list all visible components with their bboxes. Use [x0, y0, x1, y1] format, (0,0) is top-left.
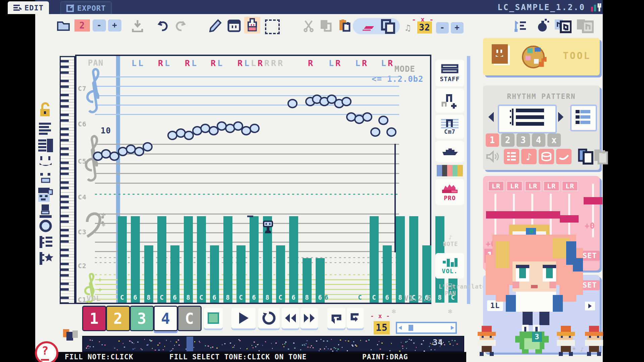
pro-mode-button[interactable]: PRO — [435, 179, 464, 205]
stop-button[interactable] — [204, 308, 223, 328]
piano-black-key[interactable] — [61, 105, 69, 108]
tuner-icon[interactable] — [590, 3, 604, 12]
piano-black-key[interactable] — [61, 66, 69, 68]
brush-tool-selected[interactable] — [244, 17, 260, 34]
pan-letter[interactable]: R — [211, 58, 216, 68]
scroll-left-arrow[interactable] — [398, 325, 402, 330]
pan-letter[interactable]: R — [258, 58, 263, 68]
smiley-icon[interactable] — [38, 155, 53, 169]
piano-black-key[interactable] — [61, 235, 69, 237]
piano-black-key[interactable] — [61, 80, 69, 82]
rhythm-note-button[interactable]: ♪ — [521, 149, 537, 164]
small-face-icon[interactable] — [39, 172, 52, 184]
rhythm-num-1[interactable]: 1 — [486, 133, 499, 147]
melody-note[interactable] — [370, 127, 380, 137]
pan-letter[interactable]: R — [335, 58, 341, 68]
rewind-button[interactable] — [282, 308, 299, 328]
note-length-minus[interactable]: - — [436, 22, 449, 34]
rhythm-preset-button[interactable] — [570, 105, 597, 131]
overwrite-paste-icon[interactable] — [381, 19, 396, 36]
pan-letter[interactable]: R — [158, 58, 163, 68]
person-icon[interactable] — [38, 204, 53, 219]
pan-letter[interactable]: R — [264, 58, 270, 68]
scrollbar-thumb[interactable] — [409, 325, 413, 331]
piano-black-key[interactable] — [61, 288, 69, 291]
melody-note[interactable] — [362, 112, 372, 122]
pan-letter[interactable]: L — [244, 58, 250, 68]
pan-letter[interactable]: L — [192, 58, 197, 68]
piano-black-key[interactable] — [61, 100, 69, 102]
volume-bar[interactable] — [131, 216, 140, 303]
file-plus-button[interactable]: + — [108, 19, 121, 32]
melody-note[interactable] — [250, 124, 260, 133]
piano-black-key[interactable] — [61, 187, 69, 189]
volume-bar[interactable] — [197, 216, 206, 303]
rhythm-paste-icon[interactable] — [594, 147, 609, 166]
piano-black-key[interactable] — [61, 254, 69, 257]
tab-edit[interactable]: EDIT — [8, 1, 49, 14]
piano-black-key[interactable] — [61, 240, 69, 243]
merge-paste-icon[interactable] — [361, 24, 377, 32]
piano-black-key[interactable] — [61, 302, 69, 304]
piano-black-key[interactable] — [61, 229, 69, 231]
rhythm-num-x[interactable]: x — [547, 133, 561, 147]
tab-export[interactable]: EXPORT — [60, 1, 112, 14]
pan-letter[interactable]: R — [185, 58, 190, 68]
rhythm-copy-icon[interactable] — [578, 147, 594, 166]
preview-speaker-icon[interactable] — [486, 150, 499, 163]
pan-letter[interactable]: R — [278, 58, 283, 68]
pan-letter[interactable]: R — [237, 58, 243, 68]
piano-black-key[interactable] — [61, 71, 69, 74]
volume-bar[interactable] — [184, 216, 193, 303]
redo-icon[interactable] — [174, 19, 186, 34]
loop-play-button[interactable] — [258, 308, 280, 328]
rhythm-pattern-display[interactable] — [498, 105, 557, 133]
piano-black-key[interactable] — [61, 206, 69, 209]
volume-bar[interactable] — [157, 216, 166, 303]
staff-view-button[interactable]: STAFF — [435, 60, 464, 86]
piano-black-key[interactable] — [61, 274, 69, 277]
melody-note[interactable] — [341, 97, 352, 106]
pan-letter[interactable]: R — [271, 58, 276, 68]
play-button[interactable] — [231, 308, 256, 328]
song-timeline[interactable] — [82, 336, 464, 352]
pan-letter[interactable]: L — [355, 58, 361, 68]
piano-black-key[interactable] — [61, 283, 69, 285]
ring-icon[interactable] — [38, 219, 53, 233]
rhythm-drum-button[interactable] — [539, 149, 554, 164]
rhythm-num-2[interactable]: 2 — [501, 133, 515, 147]
undo-icon[interactable] — [157, 19, 170, 34]
melody-note[interactable] — [143, 142, 153, 152]
select-tool-icon[interactable] — [265, 19, 280, 34]
note-list-icon[interactable] — [513, 19, 527, 34]
pan-letter[interactable]: L — [381, 58, 386, 68]
piano-black-key[interactable] — [61, 181, 69, 184]
volume-bar[interactable] — [396, 216, 405, 303]
melody-note[interactable] — [378, 116, 388, 125]
piano-black-key[interactable] — [61, 119, 69, 122]
cut-icon[interactable] — [303, 19, 315, 34]
manual-book-icon[interactable] — [490, 44, 513, 70]
piano-black-key[interactable] — [61, 215, 69, 217]
list-icon[interactable] — [38, 122, 53, 135]
piano-black-key[interactable] — [61, 128, 69, 130]
channel-button-C[interactable]: C — [177, 306, 202, 331]
help-button[interactable]: ? — [35, 341, 58, 362]
master-slider-handle[interactable] — [584, 197, 602, 204]
volume-bar[interactable] — [370, 216, 379, 303]
copy-song-icon[interactable] — [554, 18, 572, 35]
pan-letter[interactable]: L — [131, 58, 137, 68]
pattern-next-button[interactable] — [557, 111, 565, 124]
vol-tab-selected[interactable]: VOL. — [435, 253, 464, 279]
piano-black-key[interactable] — [61, 167, 69, 170]
rhythm-tie-button[interactable] — [556, 149, 572, 164]
file-minus-button[interactable]: - — [93, 19, 106, 32]
volume-bar[interactable] — [118, 216, 127, 303]
slide-tool-button[interactable] — [435, 141, 464, 162]
key-list-icon[interactable] — [38, 235, 54, 249]
piano-black-key[interactable] — [61, 297, 69, 299]
chord-view-button[interactable]: Cm7 — [435, 115, 464, 139]
pan-tab[interactable]: L⌜translate989;RPAN — [439, 283, 462, 297]
piano-black-key[interactable] — [61, 60, 69, 62]
note-tab[interactable]: ♪NOTE — [439, 234, 462, 247]
